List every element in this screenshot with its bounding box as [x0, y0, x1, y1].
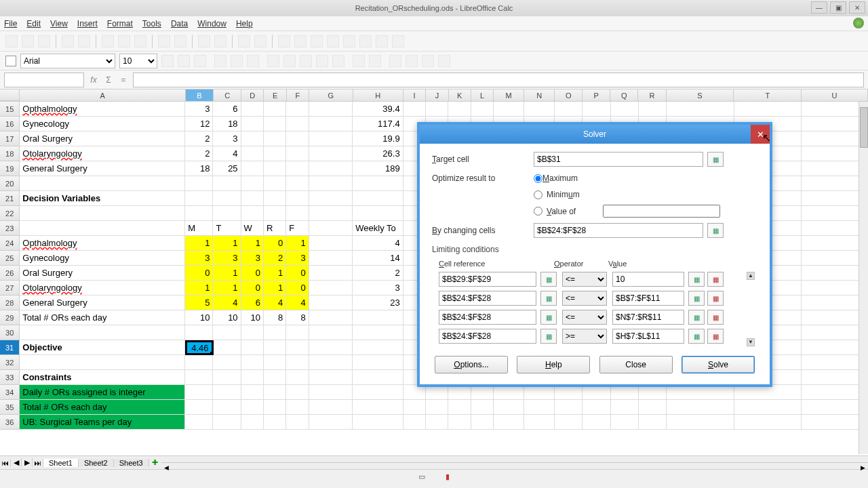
cell[interactable]: Gynecology — [20, 117, 185, 131]
cell[interactable] — [353, 340, 403, 355]
cell[interactable] — [286, 415, 309, 430]
cell[interactable] — [241, 355, 264, 370]
cell[interactable] — [583, 102, 610, 117]
cond-op-select[interactable]: <= — [562, 291, 607, 306]
italic-icon[interactable] — [178, 55, 190, 67]
cell[interactable]: 3 — [241, 251, 264, 266]
cond-val-input[interactable] — [612, 291, 684, 306]
cell[interactable] — [309, 310, 353, 325]
target-cell-picker-icon[interactable] — [707, 152, 724, 167]
cell[interactable] — [213, 370, 241, 385]
horizontal-scrollbar[interactable]: ◀ ▶ — [161, 462, 868, 463]
cell[interactable]: 0 — [241, 266, 264, 281]
cond-ref-input[interactable] — [439, 272, 536, 287]
sort-icon[interactable] — [198, 35, 210, 47]
cell[interactable]: 2 — [185, 131, 213, 146]
cell[interactable] — [353, 310, 403, 325]
align-right-icon[interactable] — [247, 55, 259, 67]
cond-delete-icon[interactable] — [707, 291, 724, 306]
cell[interactable] — [555, 385, 583, 400]
cell[interactable] — [264, 385, 286, 400]
gallery-icon[interactable] — [311, 35, 323, 47]
active-cell[interactable]: 4.46 — [185, 340, 213, 355]
row-header[interactable]: 32 — [0, 355, 20, 370]
cell[interactable] — [20, 206, 185, 221]
cell[interactable] — [213, 355, 241, 370]
cell[interactable] — [403, 415, 426, 430]
row-header[interactable]: 15 — [0, 102, 20, 117]
cond-val-picker-icon[interactable] — [688, 329, 705, 344]
cell[interactable] — [524, 385, 555, 400]
cell[interactable] — [264, 102, 286, 117]
function-wizard-icon[interactable]: fx — [88, 75, 99, 85]
col-header-M[interactable]: M — [494, 89, 524, 101]
cell[interactable] — [555, 400, 583, 415]
cell[interactable] — [471, 385, 494, 400]
cell[interactable] — [309, 102, 353, 117]
row-header[interactable]: 20 — [0, 176, 20, 191]
cell[interactable] — [555, 415, 583, 430]
underline-icon[interactable] — [194, 55, 206, 67]
cell[interactable] — [471, 400, 494, 415]
cell[interactable] — [734, 385, 802, 400]
cell[interactable]: Decision Variables — [20, 191, 185, 206]
cell[interactable]: 12 — [185, 117, 213, 131]
cell[interactable] — [639, 400, 667, 415]
cell[interactable]: Otolaryngology — [20, 281, 185, 296]
cell[interactable] — [309, 325, 353, 340]
cell[interactable] — [494, 385, 524, 400]
cell[interactable] — [734, 415, 802, 430]
cell[interactable] — [286, 146, 309, 161]
cell[interactable] — [494, 102, 524, 117]
cond-val-input[interactable] — [612, 310, 684, 325]
align-left-icon[interactable] — [214, 55, 226, 67]
row-header[interactable]: 30 — [0, 325, 20, 340]
cell[interactable] — [286, 385, 309, 400]
cell[interactable]: 3 — [286, 251, 309, 266]
cell[interactable] — [309, 161, 353, 176]
gridlines-icon[interactable] — [438, 55, 450, 67]
cell[interactable]: Objective — [20, 340, 185, 355]
col-header-J[interactable]: J — [426, 89, 448, 101]
dialog-close-button[interactable]: ✕ — [751, 125, 770, 144]
cell[interactable] — [309, 296, 353, 310]
open-icon[interactable] — [22, 35, 34, 47]
cell[interactable]: 1 — [286, 236, 309, 251]
row-header[interactable]: 18 — [0, 146, 20, 161]
cell[interactable] — [309, 340, 353, 355]
save-icon[interactable] — [38, 35, 50, 47]
bgcolor-icon[interactable] — [406, 55, 418, 67]
cell[interactable]: 2 — [264, 251, 286, 266]
cell[interactable] — [264, 370, 286, 385]
cell[interactable] — [286, 370, 309, 385]
cell[interactable] — [241, 161, 264, 176]
cell[interactable] — [20, 221, 185, 236]
tab-prev-icon[interactable]: ◀ — [11, 458, 22, 467]
tab-last-icon[interactable]: ⏭ — [33, 459, 43, 467]
cell[interactable] — [309, 146, 353, 161]
cell[interactable] — [426, 400, 448, 415]
sheet-tab-3[interactable]: Sheet3 — [114, 459, 149, 467]
vertical-scrollbar[interactable] — [859, 102, 868, 454]
help-icon[interactable] — [343, 35, 355, 47]
cell[interactable]: 0 — [286, 266, 309, 281]
tab-next-icon[interactable]: ▶ — [22, 458, 33, 467]
cell[interactable] — [20, 355, 185, 370]
row-header[interactable]: 33 — [0, 370, 20, 385]
row-header[interactable]: 24 — [0, 236, 20, 251]
cell[interactable]: 25 — [213, 161, 241, 176]
cell[interactable] — [264, 340, 286, 355]
cond-op-select[interactable]: <= — [562, 272, 607, 287]
cell[interactable]: Weekly To — [353, 221, 403, 236]
cond-delete-icon[interactable] — [707, 310, 724, 325]
cell[interactable] — [309, 251, 353, 266]
col-header-P[interactable]: P — [583, 89, 610, 101]
sidebar-toggle-icon[interactable] — [5, 56, 16, 66]
cell[interactable]: Total # ORs each day — [20, 310, 185, 325]
chart-icon[interactable] — [238, 35, 250, 47]
cond-ref-picker-icon[interactable] — [540, 272, 557, 287]
cell[interactable] — [213, 191, 241, 206]
col-header-L[interactable]: L — [471, 89, 494, 101]
sum-icon[interactable]: Σ — [103, 75, 114, 85]
cell[interactable] — [286, 161, 309, 176]
